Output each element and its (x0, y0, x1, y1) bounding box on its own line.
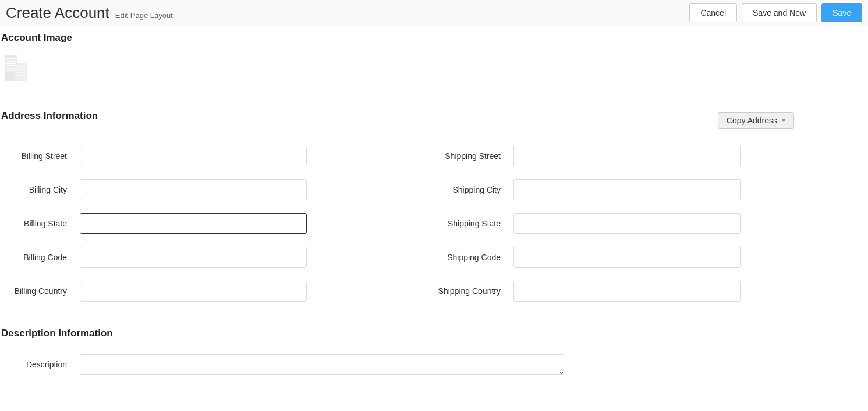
billing-country-input[interactable] (80, 281, 307, 302)
svg-rect-4 (6, 65, 16, 66)
description-row: Description (1, 354, 867, 375)
shipping-state-input[interactable] (513, 213, 741, 234)
shipping-city-label: Shipping City (435, 185, 513, 194)
shipping-code-input[interactable] (513, 247, 741, 268)
shipping-country-label: Shipping Country (435, 286, 513, 296)
svg-rect-20 (17, 75, 18, 76)
svg-rect-11 (24, 66, 25, 67)
shipping-street-row: Shipping Street (435, 146, 741, 166)
svg-rect-3 (6, 63, 16, 64)
shipping-street-label: Shipping Street (435, 151, 513, 161)
svg-rect-1 (6, 58, 16, 59)
svg-rect-17 (19, 72, 20, 73)
svg-rect-12 (17, 69, 18, 70)
billing-street-label: Billing Street (1, 151, 80, 161)
copy-address-label: Copy Address (727, 116, 777, 125)
shipping-code-row: Shipping Code (435, 247, 741, 268)
svg-rect-9 (19, 66, 20, 67)
svg-rect-19 (24, 72, 25, 73)
page-header: Create Account Edit Page Layout Cancel S… (0, 0, 868, 26)
svg-rect-5 (6, 68, 16, 69)
billing-code-input[interactable] (80, 247, 307, 268)
billing-city-row: Billing City (1, 179, 307, 200)
content: Account Image (0, 26, 868, 407)
shipping-column: Shipping Street Shipping City Shipping S… (435, 146, 741, 302)
billing-column: Billing Street Billing City Billing Stat… (1, 146, 307, 302)
header-actions: Cancel Save and New Save (689, 3, 862, 22)
address-grid: Billing Street Billing City Billing Stat… (1, 146, 867, 302)
shipping-city-input[interactable] (513, 179, 741, 200)
description-label: Description (1, 360, 80, 369)
address-section-title: Address Information (1, 110, 98, 122)
svg-rect-22 (22, 75, 23, 76)
svg-rect-6 (6, 70, 16, 71)
shipping-state-label: Shipping State (435, 219, 513, 228)
billing-country-label: Billing Country (1, 286, 80, 296)
account-image-section: Account Image (1, 32, 867, 84)
svg-rect-18 (22, 72, 23, 73)
billing-state-row: Billing State (1, 213, 307, 234)
building-icon[interactable] (3, 53, 867, 84)
billing-code-row: Billing Code (1, 247, 307, 268)
description-section-title: Description Information (1, 328, 867, 339)
billing-state-input[interactable] (80, 213, 307, 234)
svg-rect-13 (19, 69, 20, 70)
billing-city-input[interactable] (80, 179, 307, 200)
billing-street-input[interactable] (80, 146, 307, 166)
description-textarea[interactable] (80, 354, 564, 375)
shipping-street-input[interactable] (513, 146, 741, 166)
header-left: Create Account Edit Page Layout (6, 4, 173, 22)
svg-rect-16 (17, 72, 18, 73)
shipping-country-row: Shipping Country (435, 281, 741, 302)
shipping-city-row: Shipping City (435, 179, 741, 200)
address-section-header: Address Information Copy Address (1, 110, 867, 131)
address-information-section: Address Information Copy Address Billing… (1, 110, 867, 302)
svg-rect-14 (22, 69, 23, 70)
svg-rect-15 (24, 69, 25, 70)
billing-state-label: Billing State (1, 219, 80, 228)
save-button[interactable]: Save (821, 3, 862, 22)
page-title: Create Account (6, 4, 109, 22)
billing-code-label: Billing Code (1, 253, 80, 262)
shipping-code-label: Shipping Code (435, 253, 513, 262)
chevron-down-icon (782, 119, 785, 122)
shipping-state-row: Shipping State (435, 213, 741, 234)
edit-page-layout-link[interactable]: Edit Page Layout (115, 11, 173, 20)
svg-rect-10 (22, 66, 23, 67)
account-image-title: Account Image (1, 32, 867, 44)
description-information-section: Description Information Description (1, 328, 867, 375)
copy-address-button[interactable]: Copy Address (718, 112, 794, 129)
billing-country-row: Billing Country (1, 281, 307, 302)
svg-rect-2 (6, 61, 16, 62)
billing-city-label: Billing City (1, 185, 80, 194)
svg-rect-8 (17, 66, 18, 67)
save-and-new-button[interactable]: Save and New (742, 3, 817, 22)
shipping-country-input[interactable] (513, 281, 741, 302)
cancel-button[interactable]: Cancel (689, 3, 737, 22)
billing-street-row: Billing Street (1, 146, 307, 166)
svg-rect-21 (19, 75, 20, 76)
svg-rect-23 (24, 75, 25, 76)
